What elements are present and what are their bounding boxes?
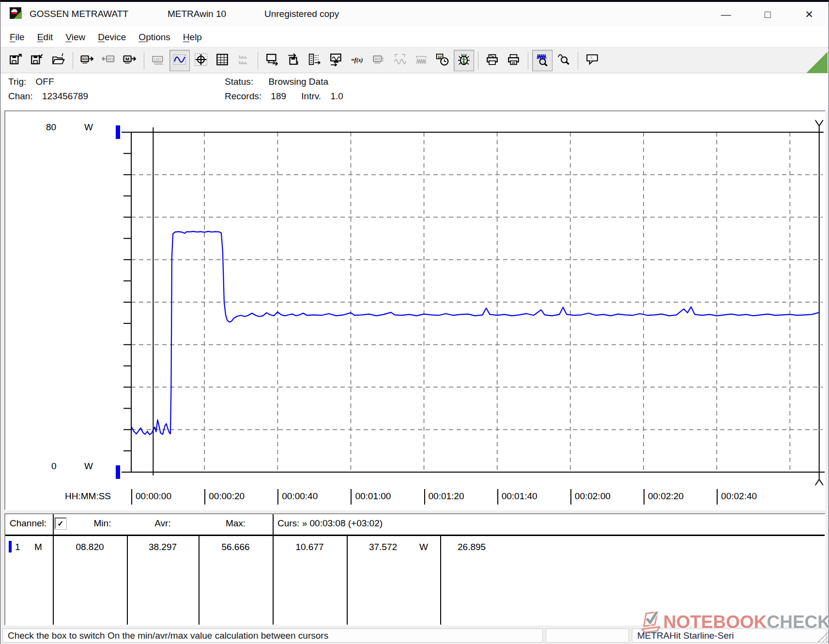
y-axis-min-label: 0 xyxy=(51,461,57,472)
trend-chart[interactable] xyxy=(5,111,825,509)
sine-window-icon xyxy=(393,53,407,68)
screen-export-icon xyxy=(265,53,279,68)
channel-color-marker xyxy=(9,541,12,552)
device-read-icon: 321 xyxy=(80,53,94,68)
app-logo-icon xyxy=(9,7,25,23)
menu-item-view[interactable]: View xyxy=(59,29,92,46)
debug-record-button[interactable] xyxy=(454,50,474,71)
x-tick-label: 00:01:20 xyxy=(424,489,464,505)
table-header: Channel: ✓ Min: Avr: Max: Curs: » 00:03:… xyxy=(5,514,825,536)
export-data-button[interactable] xyxy=(262,50,282,71)
menu-item-help[interactable]: Help xyxy=(177,29,208,46)
save-import-button[interactable] xyxy=(27,50,47,71)
col-min-header: Min: xyxy=(78,518,127,529)
col-max-header: Max: xyxy=(199,518,273,529)
x-axis-name: HH:MM:SS xyxy=(65,489,111,505)
x-tick-label: 00:02:40 xyxy=(717,489,757,505)
toolbar-separator xyxy=(578,52,578,69)
title-bar: GOSSEN METRAWATT METRAwin 10 Unregistere… xyxy=(0,2,829,27)
printer-page-icon xyxy=(486,53,499,68)
minimize-button[interactable]: — xyxy=(713,5,738,24)
svg-text:321: 321 xyxy=(374,57,380,61)
device-name-panel: METRAHit Starline-Seri xyxy=(632,629,827,643)
save-selection-button[interactable] xyxy=(283,50,304,71)
trigger-value: OFF xyxy=(36,77,54,87)
delta-value: 26.895 xyxy=(458,542,486,552)
menu-item-edit[interactable]: Edit xyxy=(31,29,60,46)
write-to-device-button: 321 xyxy=(98,50,119,71)
print-button[interactable] xyxy=(504,50,524,71)
x-tick-label: 00:01:00 xyxy=(351,489,391,505)
numeric-display-view-button: 1257 xyxy=(148,50,169,71)
toolbar-corner-triangle xyxy=(806,52,828,73)
channel-setup-button[interactable] xyxy=(305,50,325,71)
open-file-button[interactable] xyxy=(48,50,69,71)
read-memory-button[interactable]: M xyxy=(120,50,140,71)
app-window: GOSSEN METRAWATT METRAwin 10 Unregistere… xyxy=(0,0,829,644)
save-export-button[interactable] xyxy=(6,50,26,71)
minmax-toggle-checkbox[interactable]: ✓ xyxy=(55,518,66,529)
status-message: Check the box to switch On the min/avr/m… xyxy=(2,629,543,643)
svg-text:=f(x): =f(x) xyxy=(351,56,363,63)
menu-bar: FileEditViewDeviceOptionsHelp xyxy=(0,27,829,47)
title-license-note: Unregistered copy xyxy=(264,9,339,19)
trigger-label: Trig: xyxy=(8,77,26,87)
xy-crosshair-icon xyxy=(194,53,208,68)
statistics-view-button xyxy=(233,50,254,71)
printer-icon xyxy=(507,53,521,68)
channel-mode: M xyxy=(34,542,42,552)
chart-panel: 80 W 0 W HH:MM:SS 00:00:0000:00:2000:00:… xyxy=(4,110,826,510)
table-view-button[interactable] xyxy=(212,50,232,71)
hint-notes-button[interactable]: ?.. xyxy=(582,50,602,71)
device-settings-button: 321 xyxy=(368,50,389,71)
measurement-table: Channel: ✓ Min: Avr: Max: Curs: » 00:03:… xyxy=(4,513,826,626)
max-value: 56.666 xyxy=(199,542,273,552)
monitor-wave-icon xyxy=(329,53,343,68)
x-tick-label: 00:00:40 xyxy=(277,489,318,505)
memory-read-icon: M xyxy=(123,53,137,68)
menu-item-device[interactable]: Device xyxy=(92,29,132,46)
toolbar-separator xyxy=(258,52,258,69)
title-brand: GOSSEN METRAWATT xyxy=(30,9,128,19)
floppy-out-icon xyxy=(9,53,23,68)
device-write-icon: 321 xyxy=(102,53,115,68)
toolbar-separator xyxy=(478,52,478,69)
bug-spots-icon xyxy=(457,53,471,68)
x-tick-label: 00:02:00 xyxy=(570,489,611,505)
x-tick-label: 00:01:40 xyxy=(497,489,537,505)
trigger-window-button xyxy=(390,50,410,71)
status-label: Status: xyxy=(225,77,253,87)
clock-12-icon: 12 xyxy=(436,53,449,68)
interval-value: 1.0 xyxy=(330,91,343,101)
print-preview-button[interactable] xyxy=(482,50,503,71)
maximize-button[interactable]: □ xyxy=(755,5,780,24)
trend-wave-icon xyxy=(173,53,186,68)
folder-open-icon xyxy=(52,53,65,68)
svg-text:1257: 1257 xyxy=(154,57,162,61)
xy-view-button[interactable] xyxy=(191,50,211,71)
toolbar-separator xyxy=(144,52,144,69)
table-grid-icon xyxy=(215,53,229,68)
checkbox-check-icon: ✓ xyxy=(57,519,63,528)
disk-transfer-icon xyxy=(287,53,300,68)
dense-wave-icon xyxy=(414,53,428,68)
formula-editor-button[interactable]: =f(x) xyxy=(347,50,368,71)
col-channel-header: Channel: xyxy=(10,518,46,529)
close-button[interactable]: ✕ xyxy=(797,5,822,24)
records-label: Records: xyxy=(225,91,261,102)
value-unit: W xyxy=(419,542,428,552)
device-monitor-button[interactable] xyxy=(326,50,346,71)
trend-chart-view-button[interactable] xyxy=(169,50,190,71)
zoom-wave-icon xyxy=(536,53,549,68)
menu-item-options[interactable]: Options xyxy=(132,29,176,46)
read-from-device-button[interactable]: 321 xyxy=(77,50,97,71)
histogram-icon xyxy=(237,53,250,68)
svg-text:12: 12 xyxy=(438,54,442,59)
zoom-out-time-button[interactable] xyxy=(553,50,574,71)
status-spacer-panel xyxy=(546,629,629,643)
time-settings-button[interactable]: 12 xyxy=(432,50,453,71)
status-bar: Check the box to switch On the min/avr/m… xyxy=(0,628,829,644)
zoom-in-time-button[interactable] xyxy=(532,50,553,71)
menu-item-file[interactable]: File xyxy=(3,29,31,46)
toolbar-separator xyxy=(528,52,528,69)
